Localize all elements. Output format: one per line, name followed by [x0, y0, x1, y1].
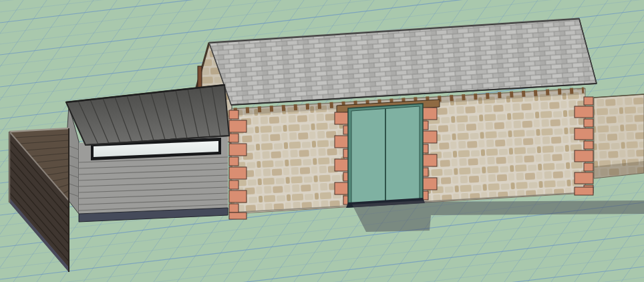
clapboard-shed: [66, 85, 229, 222]
teal-double-door: [346, 104, 425, 208]
model-scene: [0, 0, 644, 282]
viewport-canvas[interactable]: [0, 0, 644, 282]
stone-barn: [196, 19, 597, 219]
stone-boundary-wall: [594, 94, 644, 178]
